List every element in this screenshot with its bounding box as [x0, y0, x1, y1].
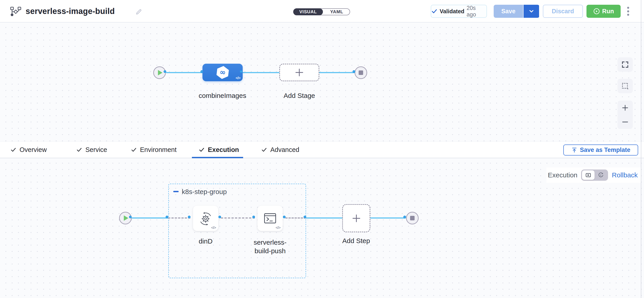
- play-circle-icon: [593, 8, 600, 15]
- connector-dot[interactable]: [129, 216, 132, 218]
- connector-dot[interactable]: [240, 70, 242, 73]
- pipeline-studio: serverless-image-build VISUAL YAML Valid…: [0, 0, 644, 298]
- tab-overview[interactable]: Overview: [10, 141, 47, 158]
- fullscreen-icon: [621, 61, 629, 69]
- start-play-icon: [124, 215, 128, 221]
- flow-line: [319, 72, 355, 73]
- connector-dot[interactable]: [218, 216, 221, 218]
- stage-node-combineimages[interactable]: ∞ </>: [202, 64, 243, 81]
- header-bar: serverless-image-build VISUAL YAML Valid…: [0, 0, 644, 23]
- rollback-link[interactable]: Rollback: [612, 171, 638, 179]
- chevron-down-icon: [528, 8, 534, 15]
- code-template-icon: </>: [276, 226, 280, 230]
- run-label: Run: [602, 8, 614, 15]
- execution-rollback-toggle: [581, 170, 608, 181]
- flow-line: [306, 217, 342, 219]
- run-button[interactable]: Run: [586, 5, 621, 18]
- flow-line: [370, 217, 406, 219]
- save-as-template-label: Save as Template: [580, 146, 630, 154]
- add-step-label: Add Step: [334, 237, 379, 245]
- svg-text:∞: ∞: [219, 68, 226, 77]
- flow-dashed-line: [168, 217, 190, 219]
- step-group-k8s[interactable]: k8s-step-group: [168, 184, 306, 278]
- tab-environment[interactable]: Environment: [131, 141, 176, 158]
- step-group-name: k8s-step-group: [182, 188, 227, 196]
- rollback-icon: [598, 172, 604, 179]
- flow-line: [242, 72, 280, 73]
- connector-dot[interactable]: [166, 216, 168, 218]
- connector-dot[interactable]: [252, 216, 255, 218]
- step-node-dind[interactable]: </>: [193, 206, 218, 231]
- edit-pencil-icon[interactable]: [135, 8, 142, 15]
- validated-label: Validated: [440, 8, 464, 15]
- start-play-icon: [158, 70, 162, 75]
- check-icon: [261, 147, 267, 153]
- step-name-label: serverless-build-push: [248, 238, 292, 255]
- save-button[interactable]: Save: [494, 5, 524, 18]
- tab-label: Overview: [20, 146, 47, 154]
- visual-yaml-toggle: VISUAL YAML: [293, 8, 350, 15]
- connector-dot[interactable]: [304, 216, 306, 218]
- fullscreen-button[interactable]: [618, 57, 633, 72]
- execution-end-node: [406, 212, 418, 224]
- stage-canvas[interactable]: ∞ </> combineImages Add Stage: [0, 23, 644, 141]
- validated-badge[interactable]: Validated 20s ago: [431, 5, 487, 18]
- pipeline-graph-icon: [10, 6, 22, 17]
- terminal-icon: [264, 212, 276, 224]
- tab-label: Service: [86, 146, 107, 154]
- tab-label: Advanced: [270, 146, 299, 154]
- collapse-group-button[interactable]: [173, 191, 179, 192]
- save-as-template-button[interactable]: Save as Template: [563, 144, 638, 156]
- connector-dot[interactable]: [188, 216, 190, 218]
- rollback-view-button[interactable]: [594, 170, 607, 180]
- code-template-icon: </>: [211, 226, 216, 230]
- plus-icon: [294, 67, 304, 78]
- zoom-out-button[interactable]: [621, 118, 629, 126]
- toggle-visual[interactable]: VISUAL: [293, 8, 323, 15]
- check-icon: [76, 147, 82, 153]
- check-icon: [131, 147, 137, 153]
- plus-icon: [351, 213, 362, 223]
- execution-steps-icon: [585, 172, 592, 179]
- connector-dot[interactable]: [283, 216, 286, 218]
- tab-advanced[interactable]: Advanced: [261, 141, 299, 158]
- connector-dot[interactable]: [200, 70, 203, 73]
- pipeline-end-node: [354, 66, 367, 79]
- stop-square-icon: [359, 70, 363, 75]
- connector-dot[interactable]: [403, 216, 406, 218]
- toggle-yaml[interactable]: YAML: [323, 8, 350, 15]
- validated-time: 20s ago: [467, 5, 486, 18]
- add-stage-button[interactable]: [279, 64, 319, 81]
- connector-dot[interactable]: [164, 70, 166, 73]
- stage-config-tabbar: Overview Service Environment Execution A…: [0, 141, 644, 158]
- more-options-menu[interactable]: [625, 6, 631, 16]
- scroll-edge-divider: [641, 0, 641, 298]
- flow-line: [132, 217, 168, 219]
- step-node-serverless-build-push[interactable]: </>: [258, 206, 283, 231]
- discard-button[interactable]: Discard: [543, 5, 583, 18]
- page-title: serverless-image-build: [26, 6, 115, 16]
- zoom-controls: [618, 101, 633, 129]
- connector-dot[interactable]: [352, 70, 355, 73]
- zoom-in-button[interactable]: [621, 104, 629, 112]
- check-icon: [431, 8, 438, 15]
- check-icon: [199, 147, 205, 153]
- pipeline-start-node: [153, 66, 166, 79]
- stage-name-label: combineImages: [189, 91, 256, 100]
- execution-view-label: Execution: [548, 171, 578, 179]
- docker-in-docker-icon: [198, 211, 213, 226]
- save-split-button: Save: [494, 5, 540, 18]
- code-template-icon: </>: [236, 76, 240, 80]
- multi-select-button[interactable]: [618, 79, 633, 93]
- tab-service[interactable]: Service: [76, 141, 107, 158]
- save-dropdown-button[interactable]: [524, 5, 539, 18]
- execution-view-button[interactable]: [582, 170, 594, 180]
- execution-canvas[interactable]: Execution Rollback: [0, 158, 644, 298]
- tab-execution[interactable]: Execution: [199, 141, 239, 158]
- stop-square-icon: [410, 216, 414, 220]
- step-name-label: dinD: [183, 237, 228, 246]
- execution-rollback-toolbar: Execution Rollback: [546, 168, 641, 183]
- flow-line: [166, 72, 203, 73]
- add-step-button[interactable]: [342, 204, 370, 232]
- flow-dashed-line: [285, 217, 306, 219]
